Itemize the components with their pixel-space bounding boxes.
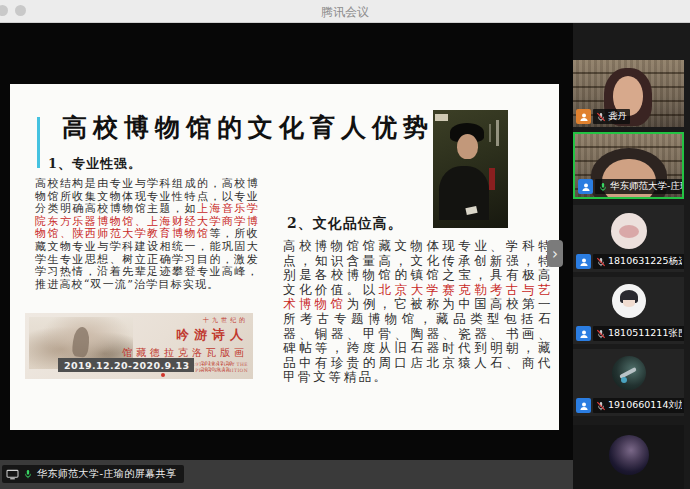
participant-tile[interactable]: 1810631225杨远鹏	[573, 205, 684, 272]
section2-paragraph: 高校博物馆馆藏文物体现专业、学科特点，知识含量高，文化传承创新强，特别是各校博物…	[283, 239, 553, 385]
avatar-art	[621, 377, 627, 383]
mic-on-icon	[598, 182, 608, 192]
participant-name-label: 1910660114刘加杰	[593, 398, 684, 413]
participant-name: 1910660114刘加杰	[608, 399, 682, 412]
person-badge-icon	[576, 398, 591, 413]
window-titlebar: 腾讯会议	[0, 0, 690, 23]
slide-title: 高校博物馆的文化育人优势	[62, 111, 434, 144]
participant-name: 龚丹	[608, 110, 627, 123]
banner-date-small: 2019.12.20-2020.9.13	[201, 360, 253, 372]
avatar	[611, 213, 647, 249]
monitor-icon	[6, 469, 19, 480]
banner-red-dot	[161, 373, 165, 377]
portrait-figure-body	[439, 166, 489, 220]
participant-name: 1810511211张围	[608, 327, 682, 340]
exhibition-banner-image: 十九世纪的 吟游诗人 馆藏德拉克洛瓦版画 MINSTRELS OF THE 19…	[25, 313, 253, 379]
presentation-slide: 高校博物馆的文化育人优势 1、专业性强。 高校结构是由专业与学科组成的，高校博物…	[10, 84, 559, 430]
portrait-red-seal	[489, 168, 495, 190]
mic-muted-icon	[596, 401, 606, 411]
section1-heading: 1、专业性强。	[48, 155, 142, 173]
avatar-art	[619, 225, 639, 238]
avatar	[612, 284, 646, 318]
person-badge-icon	[576, 326, 591, 341]
portrait-label-tag	[435, 114, 448, 121]
participant-tile-active-speaker[interactable]: 华东师范大学-庄瑜	[573, 132, 684, 199]
avatar	[612, 356, 646, 390]
mic-muted-icon	[596, 112, 606, 122]
mic-muted-icon	[596, 329, 606, 339]
banner-title: 吟游诗人	[122, 326, 248, 344]
portrait-vertical-text-mark	[496, 120, 499, 146]
section2-heading: 2、文化品位高。	[287, 215, 403, 233]
avatar-art	[623, 300, 635, 307]
portrait-painting-image	[433, 110, 508, 228]
mic-muted-icon	[596, 257, 606, 267]
participant-tile[interactable]: 1810511211张围	[573, 277, 684, 344]
participant-name-label: 华东师范大学-庄瑜	[595, 179, 684, 194]
screen-share-region: 高校博物馆的文化育人优势 1、专业性强。 高校结构是由专业与学科组成的，高校博物…	[0, 22, 573, 460]
chevron-right-icon[interactable]: ›	[547, 240, 563, 267]
participant-name-label: 1810631225杨远鹏	[593, 254, 684, 269]
participant-tile[interactable]	[573, 425, 684, 489]
mic-on-icon	[23, 469, 33, 479]
participant-tile[interactable]: 1910660114刘加杰	[573, 349, 684, 416]
participant-name-label: 龚丹	[593, 109, 630, 124]
participant-tile[interactable]: 龚丹	[573, 60, 684, 127]
portrait-figure-face	[457, 134, 478, 159]
person-badge-icon	[576, 109, 591, 124]
participant-name-label: 1810511211张围	[593, 326, 684, 341]
participant-name: 1810631225杨远鹏	[608, 255, 682, 268]
participant-name: 华东师范大学-庄瑜	[610, 180, 684, 193]
banner-date-bar: 2019.12.20-2020.9.13	[58, 358, 194, 372]
banner-figure	[71, 326, 90, 358]
screen-share-indicator: 华东师范大学-庄瑜的屏幕共享	[2, 465, 184, 483]
section1-paragraph: 高校结构是由专业与学科组成的，高校博物馆所收集文物体现专业性特点，以专业分类明确…	[35, 178, 259, 291]
participants-sidebar[interactable]: 龚丹 华东师范大学-庄瑜 1810631225杨远鹏	[573, 22, 690, 489]
banner-tagline: 十九世纪的	[122, 316, 248, 325]
avatar	[609, 435, 649, 475]
title-accent-bar	[37, 117, 40, 168]
window-title: 腾讯会议	[0, 4, 690, 21]
bottom-status-bar: 华东师范大学-庄瑜的屏幕共享	[0, 460, 573, 489]
person-badge-icon	[576, 254, 591, 269]
screen-share-label: 华东师范大学-庄瑜的屏幕共享	[37, 467, 176, 481]
person-badge-icon	[578, 179, 593, 194]
portrait-vertical-text-mark	[489, 124, 491, 142]
